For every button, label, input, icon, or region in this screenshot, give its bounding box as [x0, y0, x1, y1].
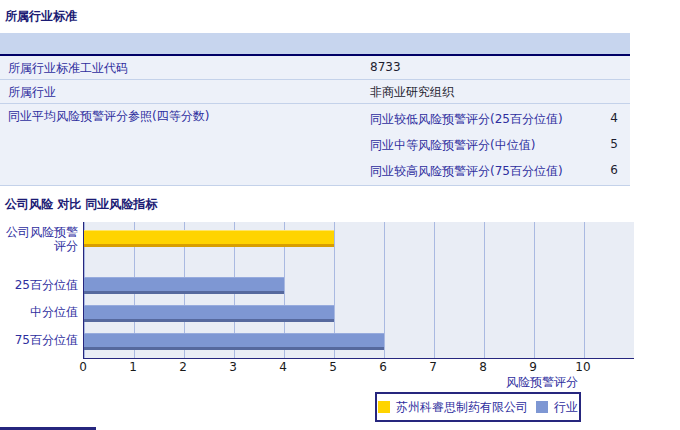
x-tick-label: 1 [129, 360, 137, 374]
legend-entry-industry: 行业 [536, 399, 578, 416]
x-tick-label: 2 [179, 360, 187, 374]
x-tick-label: 8 [479, 360, 487, 374]
row-label-industry: 所属行业 [8, 84, 56, 101]
company-color-swatch-icon [378, 401, 390, 413]
legend-company-label: 苏州科睿思制药有限公司 [396, 399, 528, 416]
x-tick-label: 7 [429, 360, 437, 374]
peer-low-value: 4 [610, 111, 618, 125]
category-label-median: 中分位值 [0, 305, 78, 319]
bar-chart-plot-area [83, 222, 634, 359]
row-label-peer-average: 同业平均风险预警评分参照(四等分数) [8, 108, 209, 125]
bar-median [84, 305, 334, 322]
peer-high-label: 同业较高风险预警评分(75百分位值) [370, 163, 563, 180]
category-label-company-score: 公司风险预警评分 [0, 225, 78, 253]
x-tick-label: 10 [575, 360, 590, 374]
peer-low-label: 同业较低风险预警评分(25百分位值) [370, 111, 563, 128]
bar-p75 [84, 333, 384, 350]
comparison-section-title: 公司风险 对比 同业风险指标 [5, 196, 157, 213]
list-item: 同业较高风险预警评分(75百分位值) 6 [370, 160, 622, 186]
category-label-p25: 25百分位值 [0, 278, 78, 292]
x-tick-label: 4 [279, 360, 287, 374]
x-tick-label: 6 [379, 360, 387, 374]
table-row: 所属行业 非商业研究组织 [0, 80, 630, 104]
x-tick-label: 9 [529, 360, 537, 374]
report-page: 所属行业标准 所属行业标准工业代码 8733 所属行业 非商业研究组织 同业平均… [0, 0, 680, 430]
peer-high-value: 6 [610, 163, 618, 177]
row-value-industry: 非商业研究组织 [370, 84, 454, 101]
category-label-p75: 75百分位值 [0, 333, 78, 347]
bar-p25 [84, 277, 284, 294]
x-tick-label: 0 [79, 360, 87, 374]
industry-color-swatch-icon [536, 401, 548, 413]
x-axis-title: 风险预警评分 [400, 374, 578, 391]
peer-mid-value: 5 [610, 137, 618, 151]
bar-company-score [84, 230, 334, 247]
table-row: 所属行业标准工业代码 8733 [0, 56, 630, 80]
peer-mid-label: 同业中等风险预警评分(中位值) [370, 137, 535, 154]
x-axis-ticks: 012345678910 [83, 360, 643, 374]
list-item: 同业较低风险预警评分(25百分位值) 4 [370, 108, 622, 134]
x-tick-label: 5 [329, 360, 337, 374]
table-header-bar [0, 33, 630, 56]
industry-section-title: 所属行业标准 [5, 8, 77, 25]
table-row-group: 同业平均风险预警评分参照(四等分数) 同业较低风险预警评分(25百分位值) 4 … [0, 104, 630, 186]
row-value-sic-code: 8733 [370, 60, 401, 74]
row-label-sic-code: 所属行业标准工业代码 [8, 60, 128, 77]
legend-entry-company: 苏州科睿思制药有限公司 [378, 399, 528, 416]
x-tick-label: 3 [229, 360, 237, 374]
legend-industry-label: 行业 [554, 399, 578, 416]
chart-legend: 苏州科睿思制药有限公司 行业 [375, 392, 581, 422]
list-item: 同业中等风险预警评分(中位值) 5 [370, 134, 622, 160]
peer-score-list: 同业较低风险预警评分(25百分位值) 4 同业中等风险预警评分(中位值) 5 同… [370, 108, 622, 186]
